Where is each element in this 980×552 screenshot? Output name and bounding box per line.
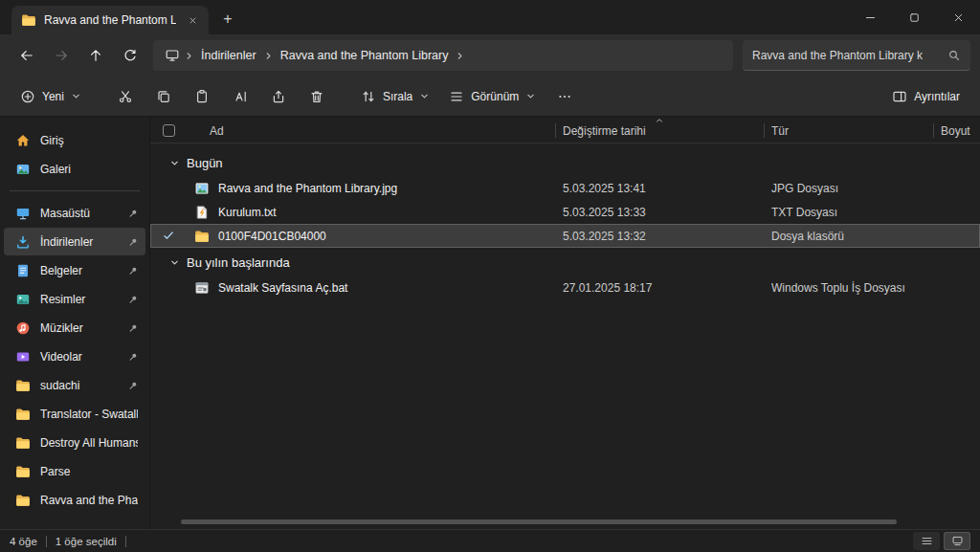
more-button[interactable]: [546, 81, 583, 112]
item-count: 4 öğe: [10, 536, 37, 547]
file-row-kurulum-txt[interactable]: Kurulum.txt5.03.2025 13:33TXT Dosyası: [150, 200, 980, 224]
group-label: Bugün: [187, 156, 223, 170]
downloads-icon: [15, 234, 31, 250]
horizontal-scrollbar[interactable]: [181, 519, 897, 524]
sidebar-item-resimler[interactable]: Resimler: [4, 285, 145, 313]
file-row-swatalk-sayfas-na-a-bat[interactable]: Swatalk Sayfasına Aç.bat27.01.2025 18:17…: [150, 276, 980, 299]
column-header-size[interactable]: Boyut: [933, 119, 980, 143]
tab-close-icon[interactable]: [184, 11, 201, 29]
column-header-type[interactable]: Tür: [764, 119, 933, 143]
chevron-down-icon: [525, 91, 536, 101]
column-headers: Ad Değiştirme tarihi Tür Boyut: [150, 119, 980, 144]
this-pc-icon[interactable]: [165, 48, 180, 63]
maximize-button[interactable]: [892, 0, 936, 34]
new-tab-button[interactable]: +: [214, 6, 241, 33]
new-button[interactable]: Yeni: [11, 81, 90, 112]
minimize-button[interactable]: [848, 0, 892, 34]
breadcrumb-item-current[interactable]: Ravva and the Phantom Library: [274, 49, 456, 62]
row-checkbox[interactable]: [150, 200, 187, 224]
file-type-icon: [194, 229, 210, 244]
sidebar-item-videolar[interactable]: Videolar: [4, 342, 145, 370]
selected-count: 1 öğe seçildi: [56, 536, 117, 547]
search-icon[interactable]: [947, 49, 961, 62]
minimize-icon: [864, 11, 877, 24]
details-pane-button[interactable]: Ayrıntılar: [883, 81, 969, 112]
file-name-cell: Swatalk Sayfasına Aç.bat: [187, 280, 555, 296]
sidebar-item-galeri[interactable]: Galeri: [4, 155, 145, 183]
sidebar-item-label: Translator - Swatalk: [40, 408, 138, 421]
share-icon: [271, 89, 286, 104]
file-type-label: JPG Dosyası: [764, 182, 933, 195]
sidebar-item-masa-st[interactable]: Masaüstü: [4, 199, 145, 227]
sidebar-item-m-zikler[interactable]: Müzikler: [4, 314, 145, 342]
titlebar: Ravva and the Phantom Library +: [0, 0, 980, 34]
view-button[interactable]: Görünüm: [440, 81, 545, 112]
search-box: [743, 40, 970, 71]
folder-icon: [15, 464, 31, 479]
copy-button[interactable]: [145, 81, 182, 112]
sidebar-item-label: Videolar: [40, 350, 119, 364]
sidebar-item-translator-swatalk[interactable]: Translator - Swatalk: [4, 400, 145, 428]
row-checkbox[interactable]: [150, 176, 187, 200]
folder-icon: [15, 493, 31, 508]
large-icons-view-button[interactable]: [944, 532, 970, 550]
file-name: Kurulum.txt: [218, 206, 277, 219]
file-date-modified: 27.01.2025 18:17: [555, 281, 764, 295]
sidebar-item-belgeler[interactable]: Belgeler: [4, 256, 145, 284]
sidebar-item-ravva-and-the-phantom-library[interactable]: Ravva and the Phantom Library: [4, 486, 145, 514]
back-button[interactable]: [10, 40, 44, 71]
new-button-label: Yeni: [42, 90, 64, 103]
details-view-button[interactable]: [913, 532, 940, 550]
sort-button[interactable]: Sırala: [352, 81, 438, 112]
explorer-tab[interactable]: Ravva and the Phantom Library: [11, 6, 209, 34]
up-button[interactable]: [78, 40, 113, 71]
file-row-0100f4d01cb04000[interactable]: 0100F4D01CB040005.03.2025 13:32Dosya kla…: [150, 224, 980, 248]
breadcrumb-item-downloads[interactable]: İndirilenler: [194, 49, 263, 62]
refresh-button[interactable]: [113, 40, 147, 71]
row-checkbox[interactable]: [150, 276, 187, 299]
sidebar-item-label: Destroy All Humans!: [40, 436, 138, 450]
sidebar-item-label: Parse: [40, 465, 138, 478]
command-bar: Yeni Sırala Görünüm Ayrıntılar: [0, 77, 980, 117]
explorer-window: Ravva and the Phantom Library + İndirile…: [0, 0, 980, 552]
group-expander-icon: [169, 158, 180, 168]
sidebar-item-label: Giriş: [40, 134, 138, 147]
sidebar-item-destroy-all-humans[interactable]: Destroy All Humans!: [4, 429, 145, 456]
rename-button[interactable]: [222, 81, 258, 112]
chevron-right-icon: [263, 51, 274, 61]
file-name: Ravva and the Phantom Library.jpg: [218, 182, 397, 195]
view-toggles: [913, 532, 970, 550]
sidebar-item-sudachi[interactable]: sudachi: [4, 371, 145, 399]
row-checkbox-checked[interactable]: [150, 224, 187, 248]
pin-icon: [128, 266, 138, 276]
file-row-ravva-and-the-phantom-library-jpg[interactable]: Ravva and the Phantom Library.jpg5.03.20…: [150, 176, 980, 200]
sidebar-item-parse[interactable]: Parse: [4, 457, 145, 485]
sidebar-item-giri[interactable]: Giriş: [4, 126, 145, 154]
details-panel-icon: [892, 89, 907, 104]
file-type-label: Dosya klasörü: [764, 230, 933, 243]
search-input[interactable]: [752, 49, 947, 62]
forward-button[interactable]: [44, 40, 78, 71]
sidebar-item-label: Resimler: [40, 293, 119, 306]
column-header-name[interactable]: Ad: [187, 119, 555, 143]
cut-button[interactable]: [107, 81, 144, 112]
sidebar-item-i-ndirilenler[interactable]: İndirilenler: [4, 228, 145, 255]
delete-button[interactable]: [299, 81, 335, 112]
select-all-checkbox[interactable]: [150, 119, 187, 143]
group-header-bu-y-l-n-ba-lar-nda[interactable]: Bu yılın başlarında: [150, 250, 980, 275]
pin-icon: [128, 295, 138, 304]
file-name-cell: Ravva and the Phantom Library.jpg: [187, 181, 555, 196]
close-button[interactable]: [936, 0, 980, 34]
column-header-date[interactable]: Değiştirme tarihi: [555, 119, 764, 143]
file-date-modified: 5.03.2025 13:32: [555, 230, 764, 243]
file-name-cell: Kurulum.txt: [187, 205, 555, 220]
rename-icon: [233, 89, 248, 104]
group-header-bug-n[interactable]: Bugün: [150, 150, 980, 175]
close-icon: [952, 11, 965, 24]
share-button[interactable]: [260, 81, 297, 112]
file-date-modified: 5.03.2025 13:41: [555, 182, 764, 195]
group-label: Bu yılın başlarında: [187, 255, 290, 270]
pin-icon: [128, 209, 138, 218]
sidebar-item-label: Müzikler: [40, 321, 119, 335]
paste-button[interactable]: [184, 81, 220, 112]
